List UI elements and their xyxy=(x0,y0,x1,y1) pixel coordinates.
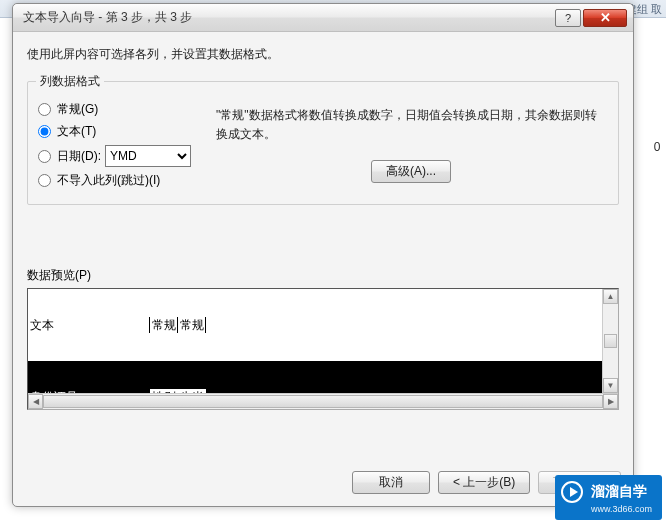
preview-header[interactable]: 常规 xyxy=(150,317,178,333)
scroll-up-icon[interactable]: ▲ xyxy=(603,289,618,304)
radio-skip[interactable]: 不导入此列(跳过)(I) xyxy=(36,172,212,189)
dialog-content: 使用此屏内容可选择各列，并设置其数据格式。 列数据格式 常规(G) 文本(T) … xyxy=(13,32,633,463)
radio-text[interactable]: 文本(T) xyxy=(36,123,212,140)
preview-header[interactable]: 常规 xyxy=(178,317,206,333)
radio-skip-input[interactable] xyxy=(38,174,51,187)
instruction-text: 使用此屏内容可选择各列，并设置其数据格式。 xyxy=(27,46,619,63)
scroll-thumb[interactable] xyxy=(604,334,617,348)
data-preview-box[interactable]: 文本 常规 常规 身份证号性别生肖 132924198002093183女猴 1… xyxy=(27,288,619,410)
spreadsheet-cell: 0 xyxy=(648,140,666,160)
date-format-select[interactable]: YMD xyxy=(105,145,191,167)
vertical-scrollbar[interactable]: ▲ ▼ xyxy=(602,289,618,393)
close-button[interactable]: ✕ xyxy=(583,9,627,27)
play-icon xyxy=(561,481,583,503)
dialog-footer: 取消 < 上一步(B) 下一步(N) 完成(F) xyxy=(13,463,633,506)
dialog-title: 文本导入向导 - 第 3 步，共 3 步 xyxy=(23,9,553,26)
preview-grid[interactable]: 文本 常规 常规 身份证号性别生肖 132924198002093183女猴 1… xyxy=(28,289,602,393)
horizontal-scrollbar[interactable]: ◀ ▶ xyxy=(28,393,618,409)
scroll-thumb[interactable] xyxy=(43,395,603,408)
preview-header[interactable]: 文本 xyxy=(28,317,150,333)
watermark: 溜溜自学 www.3d66.com xyxy=(555,475,662,520)
help-button[interactable]: ? xyxy=(555,9,581,27)
radio-general[interactable]: 常规(G) xyxy=(36,101,212,118)
preview-header-row[interactable]: 文本 常规 常规 xyxy=(28,317,602,333)
format-options: 常规(G) 文本(T) 日期(D): YMD xyxy=(36,96,212,194)
radio-date[interactable]: 日期(D): YMD xyxy=(36,145,212,167)
advanced-button[interactable]: 高级(A)... xyxy=(371,160,451,183)
scroll-down-icon[interactable]: ▼ xyxy=(603,378,618,393)
radio-general-input[interactable] xyxy=(38,103,51,116)
scroll-right-icon[interactable]: ▶ xyxy=(603,394,618,409)
text-import-wizard-dialog: 文本导入向导 - 第 3 步，共 3 步 ? ✕ 使用此屏内容可选择各列，并设置… xyxy=(12,3,634,507)
format-legend: 列数据格式 xyxy=(36,73,104,90)
radio-text-input[interactable] xyxy=(38,125,51,138)
column-format-group: 列数据格式 常规(G) 文本(T) 日期(D): YM xyxy=(27,73,619,205)
preview-data-rows: 身份证号性别生肖 132924198002093183女猴 1329241945… xyxy=(28,361,602,393)
preview-label: 数据预览(P) xyxy=(27,267,619,284)
radio-date-input[interactable] xyxy=(38,150,51,163)
titlebar[interactable]: 文本导入向导 - 第 3 步，共 3 步 ? ✕ xyxy=(13,4,633,32)
format-note: "常规"数据格式将数值转换成数字，日期值会转换成日期，其余数据则转换成文本。 xyxy=(216,106,606,144)
back-button[interactable]: < 上一步(B) xyxy=(438,471,530,494)
cancel-button[interactable]: 取消 xyxy=(352,471,430,494)
scroll-left-icon[interactable]: ◀ xyxy=(28,394,43,409)
